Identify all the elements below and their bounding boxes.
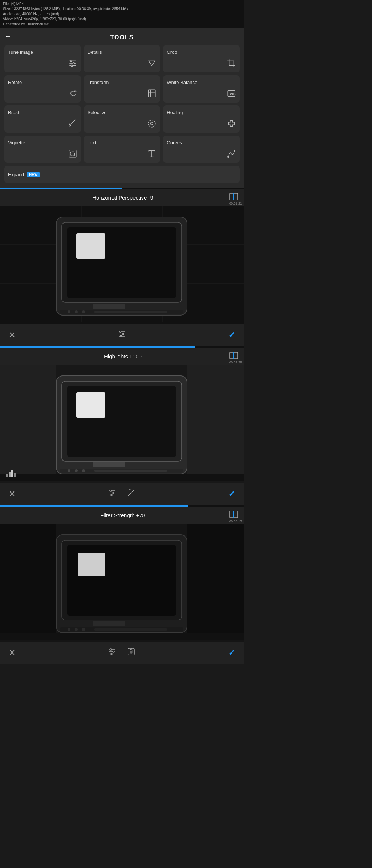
tools-panel: ← TOOLS Tune Image Details	[0, 28, 244, 188]
file-info-header: File: (4).MP4 Size: 132374863 bytes (126…	[0, 0, 244, 28]
tool-selective[interactable]: Selective	[84, 105, 161, 133]
svg-rect-58	[94, 470, 167, 472]
tool-curves-label: Curves	[167, 140, 182, 145]
svg-rect-21	[230, 193, 233, 200]
image-container-3	[0, 524, 244, 642]
svg-point-5	[71, 65, 72, 66]
svg-line-75	[130, 490, 131, 490]
filter-button-3[interactable]	[125, 646, 137, 660]
back-button[interactable]: ←	[4, 32, 12, 40]
text-icon	[147, 149, 157, 160]
curves-icon	[227, 149, 236, 160]
svg-rect-64	[11, 470, 13, 477]
section-header-2: Highlights +100 00:02:39	[0, 348, 244, 365]
tools-grid: Tune Image Details	[4, 45, 240, 163]
svg-rect-63	[9, 472, 11, 477]
section-title-3: Filter Strength +78	[17, 512, 229, 518]
svg-point-36	[75, 310, 78, 313]
svg-rect-15	[69, 150, 76, 157]
tv-image-2	[0, 365, 244, 481]
tool-healing[interactable]: Healing	[163, 105, 240, 133]
white-balance-icon: WB	[227, 89, 236, 100]
section-controls-1: ✕ ✓	[0, 324, 244, 346]
tool-crop[interactable]: Crop	[163, 45, 240, 72]
svg-point-70	[113, 492, 114, 494]
close-button-1[interactable]: ✕	[7, 329, 17, 341]
svg-point-97	[113, 651, 114, 652]
svg-point-56	[75, 469, 78, 472]
svg-point-42	[120, 331, 121, 333]
selective-icon	[147, 119, 157, 130]
close-button-3[interactable]: ✕	[7, 647, 17, 659]
tool-rotate[interactable]: Rotate	[4, 75, 81, 103]
svg-rect-61	[0, 474, 244, 481]
timestamp-1: 00:01:21	[229, 202, 242, 205]
compare-icon-1[interactable]	[229, 193, 238, 202]
crop-icon	[227, 59, 236, 69]
magic-wand-button-2[interactable]	[125, 487, 137, 501]
svg-point-96	[110, 649, 112, 650]
compare-icon-3[interactable]	[229, 510, 238, 520]
image-container-1	[0, 206, 244, 324]
confirm-button-3[interactable]: ✓	[227, 646, 237, 659]
svg-rect-59	[0, 365, 56, 481]
file-info-line3: Audio: aac, 48000 Hz, stereo (und)	[3, 12, 241, 17]
tv-image-1	[0, 206, 244, 322]
tool-details-label: Details	[88, 49, 102, 55]
section-highlights: Highlights +100 00:02:39	[0, 346, 244, 505]
svg-point-43	[122, 333, 124, 335]
section-header-1: Horizontal Perspective -9 00:01:21	[0, 189, 244, 206]
close-button-2[interactable]: ✕	[7, 488, 17, 500]
svg-rect-53	[93, 462, 125, 467]
svg-rect-90	[0, 524, 56, 640]
histogram-icon[interactable]	[6, 470, 16, 479]
new-badge: NEW	[27, 172, 40, 177]
svg-rect-16	[70, 152, 74, 156]
sliders-button-1[interactable]	[116, 328, 128, 342]
svg-rect-7	[149, 90, 156, 97]
compare-icon-2[interactable]	[229, 351, 238, 361]
tool-vignette-label: Vignette	[8, 140, 25, 145]
tool-text-label: Text	[88, 140, 96, 145]
tool-brush-label: Brush	[8, 110, 20, 115]
confirm-button-2[interactable]: ✓	[227, 487, 237, 501]
tool-transform[interactable]: Transform	[84, 75, 161, 103]
svg-rect-89	[94, 628, 167, 631]
svg-text:WB: WB	[230, 92, 236, 96]
tool-curves[interactable]: Curves	[163, 136, 240, 163]
svg-point-13	[149, 120, 156, 127]
file-info-line4: Video: h264, yuv420p, 1280x720, 30.00 fp…	[3, 17, 241, 22]
svg-point-19	[228, 156, 229, 157]
svg-rect-46	[234, 352, 238, 359]
section-title-1: Horizontal Perspective -9	[17, 194, 229, 201]
sliders-button-3[interactable]	[106, 646, 118, 660]
svg-line-72	[128, 491, 133, 496]
svg-point-35	[68, 310, 70, 313]
healing-icon	[227, 119, 236, 130]
svg-point-37	[82, 310, 85, 313]
sliders-button-2[interactable]	[106, 487, 118, 501]
tool-brush[interactable]: Brush	[4, 105, 81, 133]
svg-rect-76	[230, 511, 233, 518]
timestamp-3: 00:05:13	[229, 519, 242, 523]
svg-rect-38	[94, 311, 167, 313]
details-icon	[147, 59, 157, 69]
svg-rect-60	[187, 365, 244, 481]
tool-vignette[interactable]: Vignette	[4, 136, 81, 163]
file-info-line1: File: (4).MP4	[3, 1, 241, 7]
tool-details[interactable]: Details	[84, 45, 161, 72]
section-controls-3: ✕ ✓	[0, 642, 244, 664]
tool-tune-image[interactable]: Tune Image	[4, 45, 81, 72]
tool-white-balance-label: White Balance	[167, 80, 197, 85]
tune-image-icon	[68, 59, 77, 69]
tool-white-balance[interactable]: White Balance WB	[163, 75, 240, 103]
svg-rect-22	[234, 193, 238, 200]
confirm-button-1[interactable]: ✓	[227, 329, 237, 342]
svg-point-14	[151, 122, 153, 125]
section-title-2: Highlights +100	[17, 353, 229, 359]
tool-text[interactable]: Text	[84, 136, 161, 163]
svg-point-20	[234, 150, 235, 151]
svg-point-71	[111, 494, 112, 496]
svg-point-4	[73, 63, 74, 64]
expand-item[interactable]: Expand NEW	[4, 166, 240, 183]
